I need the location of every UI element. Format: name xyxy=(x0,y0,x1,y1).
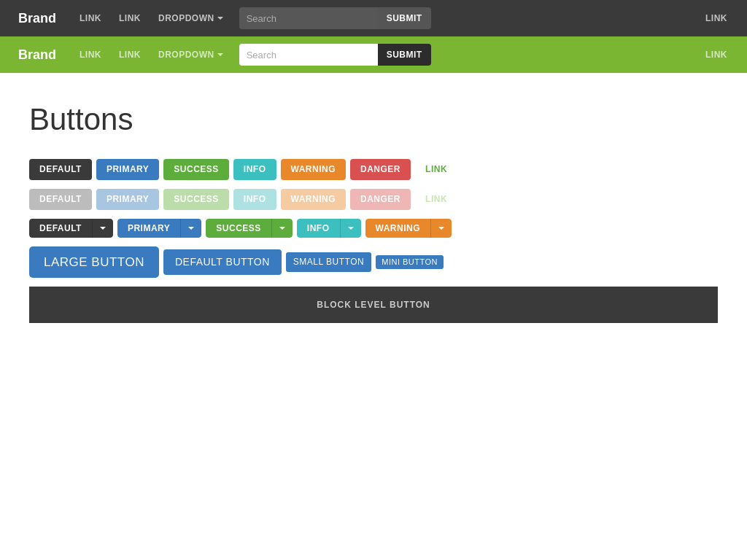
split-primary-main[interactable]: PRIMARY xyxy=(117,219,180,238)
main-content: Buttons DEFAULT PRIMARY SUCCESS INFO WAR… xyxy=(0,73,747,352)
default-size-button[interactable]: DEFAULT BUTTON xyxy=(163,249,282,276)
navbar1-link-right[interactable]: LINK xyxy=(697,13,736,23)
caret-icon xyxy=(188,227,194,230)
navbar2-link-right[interactable]: LINK xyxy=(697,50,736,60)
caret-icon xyxy=(279,227,285,230)
primary-disabled-button[interactable]: PRIMARY xyxy=(96,189,159,210)
success-button[interactable]: SUCCESS xyxy=(163,159,229,180)
info-disabled-button[interactable]: INFO xyxy=(233,189,276,210)
mini-button[interactable]: MINI BUTTON xyxy=(376,255,444,269)
navbar2-right: LINK xyxy=(697,36,736,73)
split-info-button: INFO xyxy=(297,219,361,238)
navbar-brand-2[interactable]: Brand xyxy=(11,36,63,73)
split-success-caret[interactable] xyxy=(271,219,293,238)
navbar1-link2[interactable]: LINK xyxy=(110,0,150,36)
default-disabled-button[interactable]: DEFAULT xyxy=(29,189,92,210)
split-success-main[interactable]: SUCCESS xyxy=(206,219,271,238)
navbar2-search-form: SUBMIT xyxy=(239,44,431,66)
split-primary-caret[interactable] xyxy=(180,219,201,238)
navbar-brand-1[interactable]: Brand xyxy=(11,0,63,36)
primary-button[interactable]: PRIMARY xyxy=(96,159,159,180)
split-primary-button: PRIMARY xyxy=(117,219,201,238)
block-level-button[interactable]: BLOCK LEVEL BUTTON xyxy=(36,294,711,316)
navbar2-submit-button[interactable]: SUBMIT xyxy=(378,44,431,66)
split-default-caret[interactable] xyxy=(92,219,113,238)
navbar1-search-input[interactable] xyxy=(239,7,378,29)
large-button[interactable]: LARGE BUTTON xyxy=(29,246,159,279)
link-button[interactable]: LINK xyxy=(415,159,457,180)
button-row-3: DEFAULT PRIMARY SUCCESS INFO WARNING xyxy=(29,219,718,238)
button-row-1: DEFAULT PRIMARY SUCCESS INFO WARNING DAN… xyxy=(29,159,718,180)
danger-disabled-button[interactable]: DANGER xyxy=(350,189,411,210)
dropdown2-caret-icon xyxy=(217,53,223,56)
split-warning-button: WARNING xyxy=(365,219,452,238)
navbar1-right: LINK xyxy=(697,0,736,36)
navbar1-submit-button[interactable]: SUBMIT xyxy=(378,7,431,29)
split-warning-main[interactable]: WARNING xyxy=(365,219,431,238)
navbar1-search-form: SUBMIT xyxy=(239,7,431,29)
caret-icon xyxy=(438,227,444,230)
navbar-green: Brand LINK LINK DROPDOWN SUBMIT LINK xyxy=(0,36,747,73)
caret-icon xyxy=(100,227,106,230)
default-button[interactable]: DEFAULT xyxy=(29,159,92,180)
navbar2-dropdown[interactable]: DROPDOWN xyxy=(150,50,232,60)
buttons-section-title: Buttons xyxy=(29,102,718,137)
warning-button[interactable]: WARNING xyxy=(281,159,347,180)
split-warning-caret[interactable] xyxy=(430,219,452,238)
navbar2-search-input[interactable] xyxy=(239,44,378,66)
button-row-4: LARGE BUTTON DEFAULT BUTTON SMALL BUTTON… xyxy=(29,246,718,279)
link-disabled-button[interactable]: LINK xyxy=(415,189,457,210)
navbar-dark: Brand LINK LINK DROPDOWN SUBMIT LINK xyxy=(0,0,747,36)
split-default-button: DEFAULT xyxy=(29,219,113,238)
navbar2-link1[interactable]: LINK xyxy=(71,36,110,73)
dropdown-caret-icon xyxy=(217,17,223,20)
info-button[interactable]: INFO xyxy=(233,159,276,180)
small-button[interactable]: SMALL BUTTON xyxy=(286,252,371,272)
navbar1-link1[interactable]: LINK xyxy=(71,0,110,36)
navbar2-link2[interactable]: LINK xyxy=(110,36,150,73)
split-default-main[interactable]: DEFAULT xyxy=(29,219,92,238)
caret-icon xyxy=(348,227,354,230)
block-button-container: BLOCK LEVEL BUTTON xyxy=(29,287,718,323)
success-disabled-button[interactable]: SUCCESS xyxy=(163,189,229,210)
warning-disabled-button[interactable]: WARNING xyxy=(281,189,347,210)
navbar1-dropdown[interactable]: DROPDOWN xyxy=(150,13,232,23)
button-row-2: DEFAULT PRIMARY SUCCESS INFO WARNING DAN… xyxy=(29,189,718,210)
split-info-main[interactable]: INFO xyxy=(297,219,340,238)
split-info-caret[interactable] xyxy=(340,219,361,238)
split-success-button: SUCCESS xyxy=(206,219,293,238)
danger-button[interactable]: DANGER xyxy=(350,159,411,180)
